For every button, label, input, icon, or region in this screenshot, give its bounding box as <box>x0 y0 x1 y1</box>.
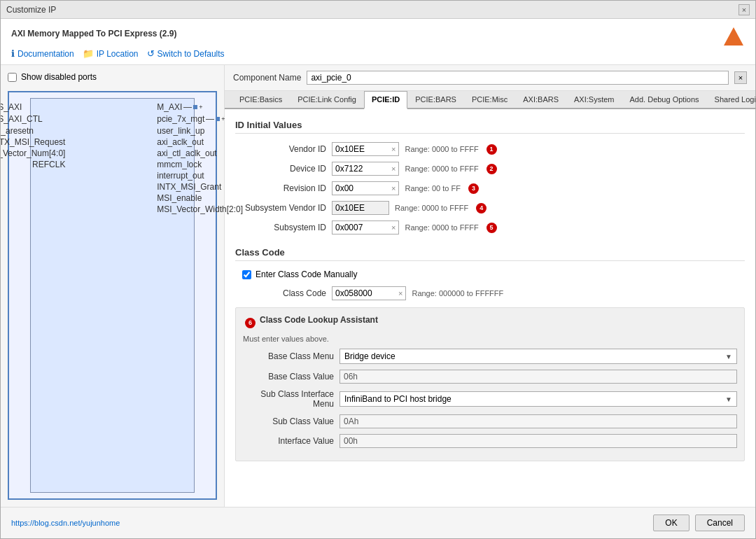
component-name-input[interactable] <box>307 71 729 85</box>
subsystem-vendor-id-badge: 4 <box>476 203 486 214</box>
vendor-id-input-wrapper: × <box>332 142 399 156</box>
revision-id-input-wrapper: × <box>332 181 399 195</box>
vendor-id-input[interactable] <box>332 143 388 155</box>
vendor-id-label: Vendor ID <box>235 144 326 154</box>
class-code-section: Class Code Enter Class Code Manually Cla… <box>235 247 745 461</box>
class-code-range: Range: 000000 to FFFFFF <box>412 289 503 298</box>
class-code-lookup-assistant: 6 Class Code Lookup Assistant Must enter… <box>235 307 745 461</box>
interface-value-row: Interface Value <box>243 434 737 448</box>
window-title: Customize IP <box>6 5 56 15</box>
tab-axi-system[interactable]: AXI:System <box>566 91 622 108</box>
port-s-axi: + S_AXI <box>1 102 65 112</box>
port-line <box>183 107 192 108</box>
enter-class-code-row: Enter Class Code Manually <box>242 270 745 279</box>
svg-marker-0 <box>724 27 743 46</box>
port-axi-aclk-out: axi_aclk_out <box>157 137 243 147</box>
port-user-link-up: user_link_up <box>157 126 243 136</box>
enter-class-code-label: Enter Class Code Manually <box>255 270 357 279</box>
port-intx-msi-grant: INTX_MSI_Grant <box>157 182 243 192</box>
tab-pcie-misc[interactable]: PCIE:Misc <box>464 91 515 108</box>
cancel-button[interactable]: Cancel <box>695 514 745 531</box>
show-disabled-checkbox[interactable] <box>8 73 17 82</box>
subsystem-id-input[interactable] <box>332 221 388 234</box>
revision-id-label: Revision ID <box>235 183 326 193</box>
tab-add-debug-options[interactable]: Add. Debug Options <box>622 91 707 108</box>
subsystem-id-input-wrapper: × <box>332 220 399 234</box>
subsystem-vendor-id-range: Range: 0000 to FFFF <box>395 204 468 212</box>
documentation-button[interactable]: ℹ Documentation <box>11 48 74 59</box>
customize-ip-window: Customize IP × AXI Memory Mapped To PCI … <box>0 0 756 539</box>
header: AXI Memory Mapped To PCI Express (2.9) ℹ… <box>1 19 755 65</box>
right-ports: M_AXI + pcie_7x_mgt + user_link_up <box>157 102 243 214</box>
base-class-value-label: Base Class Value <box>243 372 334 382</box>
lookup-badge: 6 <box>245 318 255 328</box>
enter-class-code-checkbox[interactable] <box>242 270 251 279</box>
device-id-input-wrapper: × <box>332 162 399 176</box>
port-refclk: REFCLK <box>1 160 65 169</box>
base-class-menu-dropdown[interactable]: Bridge device ▼ <box>340 349 737 364</box>
tab-content-pcie-id: ID Initial Values Vendor ID × Range: 000… <box>225 109 755 507</box>
app-title: AXI Memory Mapped To PCI Express (2.9) <box>11 29 177 38</box>
tabs-bar: PCIE:Basics PCIE:Link Config PCIE:ID PCI… <box>225 91 755 109</box>
interface-value-input <box>340 434 737 448</box>
device-id-label: Device ID <box>235 164 326 174</box>
sub-class-interface-dropdown[interactable]: InfiniBand to PCI host bridge ▼ <box>340 391 737 407</box>
vendor-id-row: Vendor ID × Range: 0000 to FFFF 1 <box>235 142 745 156</box>
footer: https://blog.csdn.net/yujunhome OK Cance… <box>1 507 755 538</box>
base-class-menu-label: Base Class Menu <box>243 351 334 361</box>
base-class-value-row: Base Class Value <box>243 370 737 384</box>
sub-class-interface-label: Sub Class Interface Menu <box>243 389 334 409</box>
vendor-id-clear-button[interactable]: × <box>388 145 398 153</box>
class-code-input-wrapper: × <box>332 286 406 300</box>
device-id-input[interactable] <box>332 162 388 175</box>
sub-class-value-label: Sub Class Value <box>243 416 334 426</box>
title-bar: Customize IP × <box>1 1 755 19</box>
revision-id-badge: 3 <box>468 183 479 194</box>
port-s-axi-ctl: + S_AXI_CTL <box>1 114 65 124</box>
tab-shared-logic[interactable]: Shared Logic <box>707 91 755 108</box>
vendor-id-badge: 1 <box>486 144 497 155</box>
revision-id-input[interactable] <box>332 182 388 195</box>
subsystem-vendor-id-input[interactable] <box>332 202 388 214</box>
port-msi-vector-num: MSI_Vector_Num[4:0] <box>1 148 65 158</box>
ok-button[interactable]: OK <box>653 514 689 531</box>
device-id-row: Device ID × Range: 0000 to FFFF 2 <box>235 162 745 176</box>
left-panel: Show disabled ports M_AXI + pcie_7x_ <box>1 65 225 507</box>
component-name-label: Component Name <box>233 73 301 83</box>
base-class-menu-value: Bridge device <box>344 351 396 361</box>
revision-id-clear-button[interactable]: × <box>388 184 398 192</box>
tab-pcie-id[interactable]: PCIE:ID <box>364 91 407 109</box>
sub-class-interface-row: Sub Class Interface Menu InfiniBand to P… <box>243 389 737 409</box>
right-panel: Component Name × PCIE:Basics PCIE:Link C… <box>225 65 755 507</box>
logo-icon <box>722 26 745 48</box>
port-msi-enable: MSI_enable <box>157 193 243 203</box>
footer-link[interactable]: https://blog.csdn.net/yujunhome <box>11 519 120 527</box>
window-close-button[interactable]: × <box>738 4 750 15</box>
class-code-clear-button[interactable]: × <box>396 289 405 298</box>
toolbar: ℹ Documentation 📁 IP Location ↺ Switch t… <box>11 48 745 64</box>
lookup-title: Class Code Lookup Assistant <box>260 315 378 325</box>
component-name-clear-button[interactable]: × <box>734 71 747 84</box>
component-name-bar: Component Name × <box>225 65 755 91</box>
tab-pcie-link-config[interactable]: PCIE:Link Config <box>290 91 364 108</box>
lookup-title-row: 6 Class Code Lookup Assistant <box>243 315 737 330</box>
sub-class-value-row: Sub Class Value <box>243 414 737 428</box>
base-class-menu-arrow-icon: ▼ <box>725 353 732 360</box>
main-content: Show disabled ports M_AXI + pcie_7x_ <box>1 65 755 507</box>
subsystem-id-row: Subsystem ID × Range: 0000 to FFFF 5 <box>235 220 745 234</box>
sub-class-interface-arrow-icon: ▼ <box>725 396 732 403</box>
ip-location-button[interactable]: 📁 IP Location <box>83 48 139 59</box>
tab-pcie-bars[interactable]: PCIE:BARS <box>407 91 464 108</box>
tab-axi-bars[interactable]: AXI:BARS <box>515 91 566 108</box>
device-id-clear-button[interactable]: × <box>388 164 398 173</box>
switch-defaults-button[interactable]: ↺ Switch to Defaults <box>147 48 225 59</box>
port-interrupt-out: interrupt_out <box>157 171 243 181</box>
port-pcie-mgt: pcie_7x_mgt + <box>157 114 243 124</box>
subsystem-id-clear-button[interactable]: × <box>388 223 398 232</box>
class-code-input[interactable] <box>332 287 396 300</box>
subsystem-id-label: Subsystem ID <box>235 223 326 232</box>
must-enter-label: Must enter values above. <box>243 335 737 343</box>
sub-class-value-input <box>340 414 737 428</box>
class-code-row: Class Code × Range: 000000 to FFFFFF <box>235 286 745 300</box>
base-class-menu-row: Base Class Menu Bridge device ▼ <box>243 349 737 364</box>
